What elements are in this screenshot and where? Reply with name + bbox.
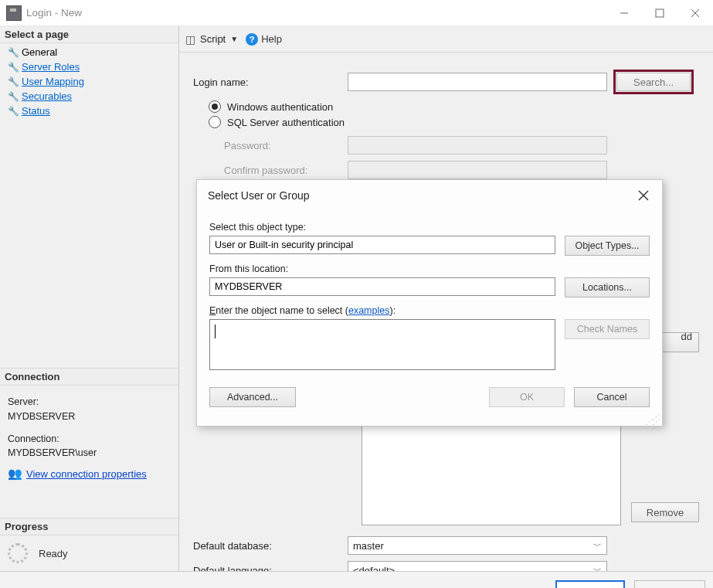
password-label: Password: [193,140,348,151]
progress-status: Ready [39,548,68,559]
page-label: User Mapping [22,76,84,87]
advanced-button[interactable]: Advanced... [209,387,296,407]
wrench-icon: 🔧 [8,76,19,87]
wrench-icon: 🔧 [8,62,19,73]
add-button-label-fragment: dd [681,331,692,342]
radio-sql-auth[interactable] [209,116,221,128]
search-highlight: Search... [613,70,694,94]
close-button[interactable] [677,0,713,26]
wrench-icon: 🔧 [8,91,19,102]
resize-grip-icon[interactable]: ⋰⋰⋰ [197,415,662,426]
script-icon: ◫ [185,33,195,46]
window-cancel-button[interactable] [634,580,705,588]
wrench-icon: 🔧 [8,106,19,117]
maximize-button[interactable] [642,0,677,26]
page-user-mapping[interactable]: 🔧User Mapping [0,74,178,89]
people-icon: 👥 [8,467,22,481]
page-label: Securables [22,90,72,102]
ok-button[interactable]: OK [489,387,565,407]
enter-name-label: EEnter the object name to select (nter t… [209,305,650,316]
window-bottombar [0,571,713,588]
location-input[interactable] [209,277,555,296]
progress-block: Ready [0,535,178,571]
dialog-close-button[interactable] [636,188,651,203]
auth-sql-label: SQL Server authentication [227,117,345,128]
page-server-roles[interactable]: 🔧Server Roles [0,59,178,74]
default-database-value: master [353,540,384,552]
default-database-select[interactable]: master ﹀ [348,536,607,555]
select-user-dialog: Select User or Group Select this object … [196,179,663,427]
script-button[interactable]: Script [200,33,226,45]
page-label: Status [22,105,50,117]
confirm-password-label: Confirm password: [193,165,348,176]
confirm-password-input [348,161,607,179]
server-label: Server: [8,395,171,410]
page-list: 🔧General 🔧Server Roles 🔧User Mapping 🔧Se… [0,43,178,118]
help-button[interactable]: Help [261,33,282,45]
login-name-label: Login name: [193,76,348,88]
titlebar: Login - New [0,0,713,26]
search-button[interactable]: Search... [616,73,691,91]
select-page-header: Select a page [0,26,178,43]
sidebar: Select a page 🔧General 🔧Server Roles 🔧Us… [0,26,179,571]
object-type-input[interactable] [209,236,555,254]
script-dropdown-icon[interactable]: ▼ [230,35,238,43]
svg-rect-1 [656,9,664,17]
examples-link[interactable]: examples [348,305,390,316]
page-status[interactable]: 🔧Status [0,104,178,118]
content-toolbar: ◫ Script ▼ ? Help [179,26,713,53]
connection-header: Connection [0,368,178,386]
object-type-label: Select this object type: [209,222,650,233]
dialog-titlebar: Select User or Group [197,180,662,211]
page-label: General [22,46,57,58]
page-general[interactable]: 🔧General [0,45,178,59]
chevron-down-icon: ﹀ [593,540,602,552]
progress-header: Progress [0,518,178,535]
view-connection-properties-link[interactable]: View connection properties [26,468,147,480]
minimize-button[interactable] [606,0,642,26]
window-controls [606,0,713,26]
cancel-button[interactable]: Cancel [574,387,650,407]
server-value: MYDBSERVER [8,410,171,424]
object-name-input[interactable] [209,319,555,370]
dialog-title: Select User or Group [208,189,310,202]
dialog-body: Select this object type: Object Types...… [197,211,662,376]
auth-windows-label: Windows authentication [227,101,333,113]
window-ok-button[interactable] [555,580,625,588]
radio-windows-auth[interactable] [209,100,221,113]
app-icon [6,5,22,21]
window-title: Login - New [26,7,82,19]
page-label: Server Roles [22,61,80,73]
auth-sql-row[interactable]: SQL Server authentication [209,116,699,128]
progress-spinner-icon [8,543,28,563]
location-label: From this location: [209,263,650,274]
remove-button[interactable]: Remove [631,502,699,522]
check-names-button[interactable]: Check Names [565,319,650,339]
connection-value: MYDBSERVER\user [8,446,171,461]
dialog-footer: Advanced... OK Cancel [197,376,662,415]
view-connection-row: 👥 View connection properties [0,464,178,487]
wrench-icon: 🔧 [8,47,19,58]
default-database-label: Default database: [193,540,348,552]
locations-button[interactable]: Locations... [565,277,650,297]
connection-info: Server: MYDBSERVER Connection: MYDBSERVE… [0,386,178,464]
login-name-input[interactable] [348,73,607,91]
connection-label: Connection: [8,432,171,447]
object-types-button[interactable]: Object Types... [565,236,650,256]
page-securables[interactable]: 🔧Securables [0,89,178,104]
password-input [348,136,607,155]
help-icon: ? [246,33,258,46]
auth-windows-row[interactable]: Windows authentication [209,100,699,113]
